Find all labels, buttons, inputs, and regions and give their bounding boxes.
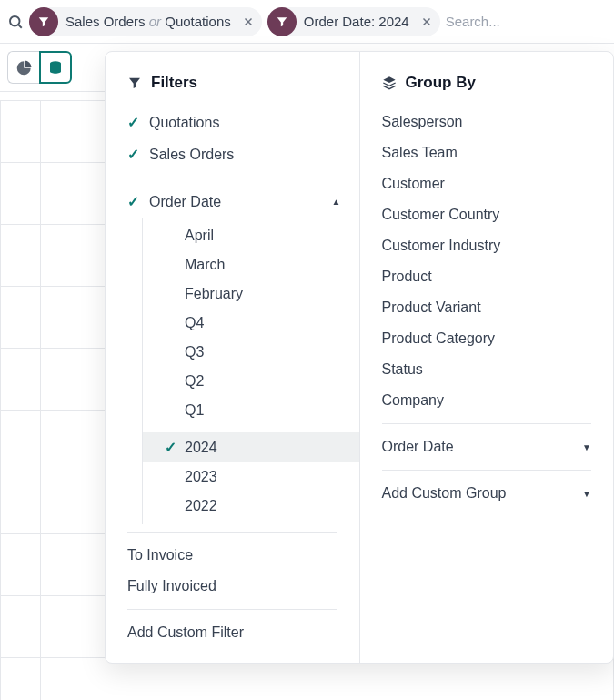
group-item-customer-industry[interactable]: Customer Industry bbox=[360, 230, 614, 261]
search-icon bbox=[7, 14, 24, 30]
funnel-icon bbox=[29, 7, 58, 36]
period-option[interactable]: February bbox=[143, 279, 359, 309]
search-input[interactable] bbox=[446, 14, 607, 29]
year-option-2024[interactable]: ✓ 2024 bbox=[143, 432, 359, 462]
filter-label: Quotations bbox=[149, 115, 219, 131]
group-item-status[interactable]: Status bbox=[360, 354, 614, 385]
filter-label: Order Date bbox=[149, 194, 221, 210]
caret-down-icon: ▼ bbox=[582, 442, 591, 452]
close-icon[interactable] bbox=[417, 12, 437, 32]
year-option-2022[interactable]: 2022 bbox=[143, 492, 359, 521]
period-option[interactable]: April bbox=[143, 221, 359, 250]
check-icon: ✓ bbox=[165, 439, 177, 456]
funnel-icon bbox=[267, 7, 297, 36]
pivot-view-button[interactable] bbox=[39, 51, 72, 84]
pie-chart-icon bbox=[16, 59, 33, 76]
caret-down-icon: ▼ bbox=[582, 489, 591, 499]
period-option[interactable]: Q4 bbox=[143, 309, 359, 338]
filter-tag-label: Sales Orders or Quotations bbox=[62, 14, 235, 29]
filter-item-sales-orders[interactable]: ✓ Sales Orders bbox=[106, 138, 359, 170]
search-bar: Sales Orders or Quotations Order Date: 2… bbox=[0, 0, 614, 44]
group-item-company[interactable]: Company bbox=[360, 385, 614, 416]
group-item-sales-team[interactable]: Sales Team bbox=[360, 137, 614, 168]
period-option[interactable]: March bbox=[143, 250, 359, 279]
group-item-customer-country[interactable]: Customer Country bbox=[360, 199, 614, 230]
period-option[interactable]: Q1 bbox=[143, 396, 359, 425]
group-item-order-date[interactable]: Order Date ▼ bbox=[360, 431, 614, 462]
divider bbox=[382, 423, 592, 424]
period-option[interactable]: Q3 bbox=[143, 338, 359, 367]
funnel-icon bbox=[127, 76, 142, 90]
add-custom-filter[interactable]: Add Custom Filter bbox=[106, 617, 359, 648]
divider bbox=[382, 470, 592, 471]
filters-column: Filters ✓ Quotations ✓ Sales Orders ✓ Or… bbox=[106, 52, 360, 663]
group-item-customer[interactable]: Customer bbox=[360, 168, 614, 199]
close-icon[interactable] bbox=[238, 12, 258, 32]
order-date-sublist: April March February Q4 Q3 Q2 Q1 ✓ 2024 … bbox=[142, 218, 359, 524]
group-by-column: Group By Salesperson Sales Team Customer… bbox=[360, 52, 614, 663]
add-custom-group[interactable]: Add Custom Group ▼ bbox=[360, 478, 614, 509]
svg-point-0 bbox=[10, 16, 20, 26]
check-icon: ✓ bbox=[127, 146, 140, 163]
svg-line-1 bbox=[18, 25, 21, 27]
database-icon bbox=[47, 59, 64, 76]
filter-tag-sales-quotations: Sales Orders or Quotations bbox=[29, 7, 262, 36]
filter-label: Sales Orders bbox=[149, 147, 234, 163]
group-item-product[interactable]: Product bbox=[360, 261, 614, 292]
check-icon: ✓ bbox=[127, 114, 140, 131]
group-item-product-variant[interactable]: Product Variant bbox=[360, 292, 614, 323]
filter-item-quotations[interactable]: ✓ Quotations bbox=[106, 107, 359, 138]
chart-view-button[interactable] bbox=[7, 51, 40, 84]
group-item-salesperson[interactable]: Salesperson bbox=[360, 107, 614, 137]
filter-item-to-invoice[interactable]: To Invoice bbox=[106, 540, 359, 571]
divider bbox=[127, 609, 337, 610]
divider bbox=[127, 178, 337, 178]
filters-header: Filters bbox=[106, 66, 359, 107]
layers-icon bbox=[382, 76, 397, 90]
filter-item-fully-invoiced[interactable]: Fully Invoiced bbox=[106, 571, 359, 602]
filter-tag-label: Order Date: 2024 bbox=[300, 14, 413, 29]
year-option-2023[interactable]: 2023 bbox=[143, 462, 359, 492]
divider bbox=[127, 532, 337, 533]
filter-item-order-date[interactable]: ✓ Order Date ▲ bbox=[106, 186, 359, 218]
check-icon: ✓ bbox=[127, 193, 140, 210]
caret-up-icon: ▲ bbox=[332, 197, 341, 207]
group-by-header: Group By bbox=[360, 66, 614, 107]
search-dropdown-panel: Filters ✓ Quotations ✓ Sales Orders ✓ Or… bbox=[105, 51, 614, 664]
period-option[interactable]: Q2 bbox=[143, 367, 359, 396]
group-item-product-category[interactable]: Product Category bbox=[360, 323, 614, 354]
filter-tag-order-date: Order Date: 2024 bbox=[267, 7, 440, 36]
